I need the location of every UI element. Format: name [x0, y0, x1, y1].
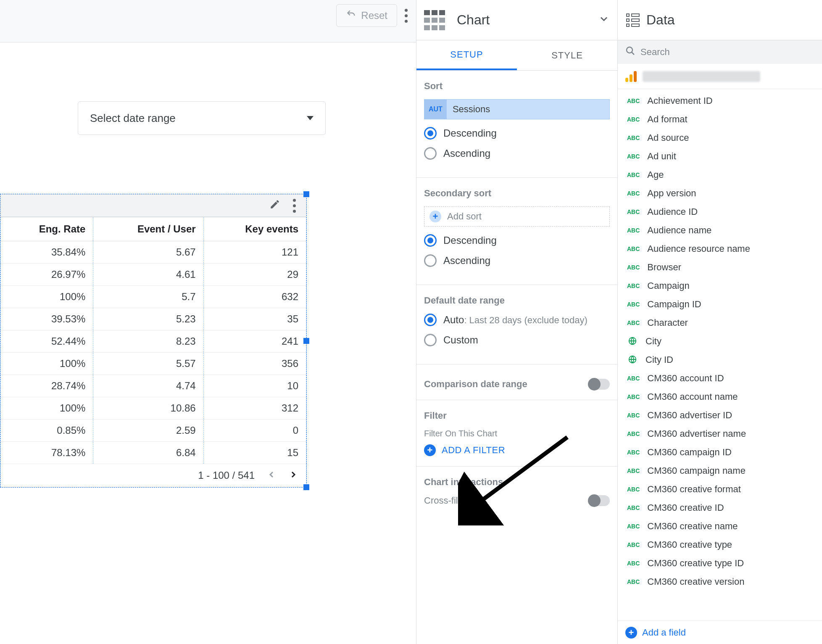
sort-descending-radio[interactable]: Descending: [424, 127, 610, 140]
field-label: Ad unit: [647, 151, 676, 162]
table-column-header[interactable]: Event / User: [93, 217, 203, 241]
field-item[interactable]: ABCCampaign: [618, 277, 822, 295]
field-item[interactable]: ABCCharacter: [618, 314, 822, 332]
prev-page-button[interactable]: [266, 468, 277, 483]
field-label: Age: [647, 169, 664, 180]
table-cell: 4.61: [93, 264, 203, 286]
field-item[interactable]: ABCCM360 advertiser name: [618, 425, 822, 443]
field-item[interactable]: ABCApp version: [618, 184, 822, 203]
chart-more-options[interactable]: [293, 199, 296, 213]
table-row[interactable]: 26.97%4.6129: [1, 264, 306, 286]
more-options-button[interactable]: [405, 9, 408, 23]
table-cell: 78.13%: [1, 442, 93, 464]
tab-setup[interactable]: SETUP: [416, 40, 517, 70]
field-label: Audience resource name: [647, 243, 750, 254]
field-label: CM360 advertiser ID: [647, 410, 732, 421]
field-item[interactable]: ABCAudience name: [618, 221, 822, 240]
table-column-header[interactable]: Eng. Rate: [1, 217, 93, 241]
field-item[interactable]: ABCCM360 account name: [618, 388, 822, 406]
field-item[interactable]: ABCAd format: [618, 110, 822, 129]
table-row[interactable]: 35.84%5.67121: [1, 241, 306, 264]
text-type-icon: ABC: [625, 115, 641, 124]
text-type-icon: ABC: [625, 374, 641, 383]
table-row[interactable]: 0.85%2.590: [1, 420, 306, 442]
table-row[interactable]: 78.13%6.8415: [1, 442, 306, 464]
sort-ascending-radio[interactable]: Ascending: [424, 147, 610, 160]
field-item[interactable]: ABCAge: [618, 166, 822, 184]
add-filter-button[interactable]: + ADD A FILTER: [424, 444, 610, 456]
comparison-date-range-toggle[interactable]: [588, 379, 610, 390]
field-item[interactable]: City: [618, 332, 822, 351]
date-range-custom-radio[interactable]: Custom: [424, 334, 610, 346]
plus-icon: +: [424, 444, 436, 456]
field-item[interactable]: ABCCM360 advertiser ID: [618, 406, 822, 425]
text-type-icon: ABC: [625, 541, 641, 549]
chart-type-selector[interactable]: Chart: [416, 0, 617, 40]
date-range-auto-radio[interactable]: Auto: Last 28 days (exclude today): [424, 314, 610, 326]
data-source-row[interactable]: [618, 64, 822, 89]
text-type-icon: ABC: [625, 559, 641, 567]
cross-filtering-label: Cross-filtering: [424, 495, 481, 506]
field-item[interactable]: ABCCM360 account ID: [618, 369, 822, 388]
selection-handle[interactable]: [303, 338, 309, 344]
text-type-icon: ABC: [625, 134, 641, 142]
text-type-icon: ABC: [625, 152, 641, 161]
date-range-label: Select date range: [90, 112, 176, 125]
field-item[interactable]: ABCBrowser: [618, 258, 822, 277]
field-item[interactable]: ABCCM360 creative type: [618, 536, 822, 554]
field-item[interactable]: ABCAd source: [618, 129, 822, 147]
field-item[interactable]: ABCAudience ID: [618, 203, 822, 221]
field-item[interactable]: City ID: [618, 351, 822, 369]
field-item[interactable]: ABCCM360 campaign ID: [618, 443, 822, 462]
date-range-control[interactable]: Select date range: [78, 101, 326, 135]
secondary-sort-descending-radio[interactable]: Descending: [424, 234, 610, 247]
field-item[interactable]: ABCAchievement ID: [618, 92, 822, 110]
sort-field-chip[interactable]: AUT Sessions: [424, 99, 610, 119]
add-secondary-sort-button[interactable]: + Add sort: [424, 206, 610, 227]
chart-action-bar: [0, 194, 306, 217]
reset-button[interactable]: Reset: [336, 4, 397, 27]
field-item[interactable]: ABCCM360 creative ID: [618, 499, 822, 517]
field-label: CM360 campaign name: [647, 465, 746, 476]
field-item[interactable]: ABCCM360 creative version: [618, 573, 822, 591]
table-row[interactable]: 100%5.7632: [1, 286, 306, 308]
add-field-button[interactable]: + Add a field: [618, 620, 822, 644]
table-row[interactable]: 52.44%8.23241: [1, 330, 306, 353]
table-cell: 35.84%: [1, 241, 93, 264]
edit-icon[interactable]: [269, 199, 280, 213]
text-type-icon: ABC: [625, 245, 641, 253]
svg-point-2: [627, 47, 632, 53]
table-chart-selected[interactable]: Eng. RateEvent / UserKey events 35.84%5.…: [0, 194, 307, 488]
chevron-down-icon: [598, 13, 610, 27]
field-item[interactable]: ABCCM360 creative format: [618, 480, 822, 499]
comparison-date-range-label: Comparison date range: [424, 379, 527, 390]
table-column-header[interactable]: Key events: [203, 217, 306, 241]
secondary-sort-ascending-radio[interactable]: Ascending: [424, 254, 610, 267]
field-item[interactable]: ABCAudience resource name: [618, 240, 822, 258]
table-row[interactable]: 100%10.86312: [1, 397, 306, 420]
table-cell: 356: [203, 353, 306, 375]
field-label: CM360 creative type ID: [647, 558, 744, 569]
table-row[interactable]: 100%5.57356: [1, 353, 306, 375]
data-panel-title: Data: [646, 12, 675, 28]
table-cell: 4.74: [93, 375, 203, 397]
fields-search-input[interactable]: Search: [618, 40, 822, 64]
text-type-icon: ABC: [625, 263, 641, 272]
field-item[interactable]: ABCCM360 creative type ID: [618, 554, 822, 573]
text-type-icon: ABC: [625, 226, 641, 235]
table-row[interactable]: 28.74%4.7410: [1, 375, 306, 397]
field-item[interactable]: ABCCampaign ID: [618, 295, 822, 314]
selection-handle[interactable]: [303, 484, 309, 490]
field-item[interactable]: ABCAd unit: [618, 147, 822, 166]
next-page-button[interactable]: [288, 468, 298, 483]
tab-style[interactable]: STYLE: [517, 40, 617, 70]
selection-handle[interactable]: [303, 191, 309, 197]
cross-filtering-toggle[interactable]: [588, 495, 610, 506]
table-cell: 35: [203, 308, 306, 330]
properties-panel: Chart SETUP STYLE Sort AUT Sessions Desc…: [416, 0, 618, 644]
field-item[interactable]: ABCCM360 campaign name: [618, 462, 822, 480]
geo-type-icon: [625, 335, 640, 348]
text-type-icon: ABC: [625, 411, 641, 420]
table-row[interactable]: 39.53%5.2335: [1, 308, 306, 330]
field-item[interactable]: ABCCM360 creative name: [618, 517, 822, 536]
